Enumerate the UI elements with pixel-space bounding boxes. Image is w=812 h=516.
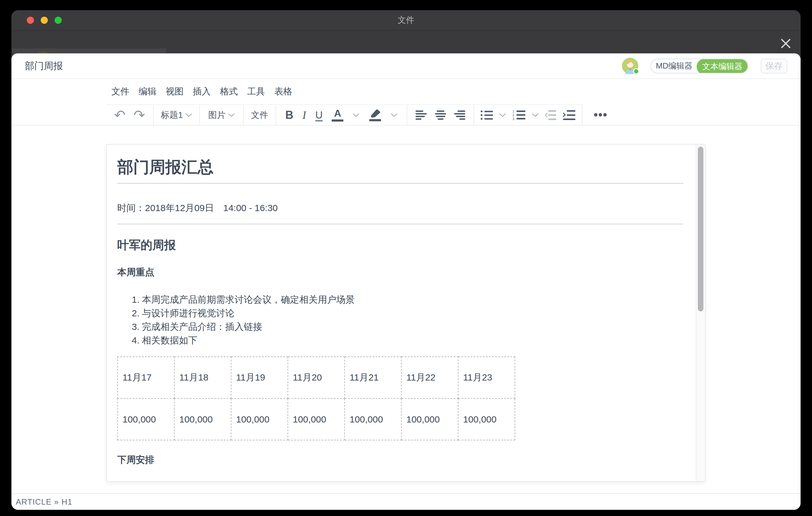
font-color-chevron[interactable] bbox=[353, 113, 359, 117]
table-cell[interactable]: 11月19 bbox=[231, 357, 288, 398]
highlight-color-bar bbox=[369, 119, 381, 121]
menu-format[interactable]: 格式 bbox=[220, 85, 238, 98]
menu-view[interactable]: 视图 bbox=[166, 85, 183, 98]
heading-dropdown[interactable]: 标题1 bbox=[161, 109, 192, 121]
outdent-button[interactable] bbox=[545, 110, 557, 120]
header-actions: MD编辑器 文本编辑器 保存 bbox=[622, 58, 787, 74]
menu-file[interactable]: 文件 bbox=[111, 85, 129, 98]
chevron-down-icon bbox=[228, 113, 235, 117]
indent-button[interactable] bbox=[563, 110, 575, 120]
align-center-button[interactable] bbox=[435, 111, 446, 120]
chevron-down-icon bbox=[390, 113, 397, 117]
table-cell[interactable]: 100,000 bbox=[288, 398, 345, 440]
bullet-list-button[interactable] bbox=[481, 110, 493, 120]
scrollbar-thumb[interactable] bbox=[698, 147, 703, 311]
toolbar: ↶ ↷ 标题1 图片 文件 bbox=[11, 104, 801, 125]
list-group: 1 2 3 bbox=[473, 105, 582, 125]
table-cell[interactable]: 11月23 bbox=[458, 357, 515, 398]
document-body[interactable]: 部门周报汇总 时间：2018年12月09日 14:00 - 16:30 叶军的周… bbox=[107, 145, 696, 481]
heading-dropdown-label: 标题1 bbox=[161, 109, 183, 121]
overlay-backdrop bbox=[11, 31, 801, 53]
data-table[interactable]: 11月17 11月18 11月19 11月20 11月21 11月22 11月2… bbox=[117, 356, 515, 440]
close-icon[interactable] bbox=[777, 35, 794, 52]
doc-section-title: 叶军的周报 bbox=[117, 238, 683, 252]
divider bbox=[117, 183, 683, 183]
list-item: 4.相关数据如下 bbox=[117, 334, 683, 347]
undo-button[interactable]: ↶ bbox=[114, 108, 125, 122]
table-cell[interactable]: 100,000 bbox=[118, 398, 174, 440]
menu-insert[interactable]: 插入 bbox=[193, 85, 211, 98]
scrollbar-track[interactable] bbox=[696, 145, 705, 481]
menu-table[interactable]: 表格 bbox=[274, 85, 292, 98]
bold-button[interactable]: B bbox=[285, 109, 293, 122]
table-cell[interactable]: 11月17 bbox=[118, 357, 174, 398]
numbered-list-chevron[interactable] bbox=[532, 113, 539, 117]
table-cell[interactable]: 11月18 bbox=[174, 357, 231, 398]
doc-subsection-next: 下周安排 bbox=[117, 453, 683, 466]
table-cell[interactable]: 100,000 bbox=[231, 398, 288, 440]
svg-text:1: 1 bbox=[513, 110, 514, 113]
menu-bar: 文件 编辑 视图 插入 格式 工具 表格 bbox=[11, 79, 801, 104]
menu-tools[interactable]: 工具 bbox=[247, 85, 265, 98]
file-attach-button[interactable]: 文件 bbox=[251, 109, 268, 121]
list-item-text: 本周完成产品前期需求讨论会议，确定相关用户场景 bbox=[142, 293, 355, 307]
more-tools-button[interactable] bbox=[594, 104, 608, 125]
list-item-text: 与设计师进行视觉讨论 bbox=[142, 307, 234, 320]
list-item-number: 3. bbox=[132, 320, 142, 334]
toolbar-box: ↶ ↷ 标题1 图片 文件 bbox=[106, 104, 582, 125]
table-row: 100,000 100,000 100,000 100,000 100,000 … bbox=[118, 398, 515, 440]
menu-edit[interactable]: 编辑 bbox=[139, 85, 156, 98]
list-item: 3.完成相关产品介绍：插入链接 bbox=[117, 320, 683, 334]
list-item-number: 2. bbox=[132, 307, 142, 320]
doc-subsection-week: 本周重点 bbox=[117, 266, 683, 279]
heading-group: 标题1 bbox=[153, 105, 199, 125]
ellipsis-icon bbox=[594, 113, 608, 117]
numbered-list-button[interactable]: 1 2 3 bbox=[513, 110, 525, 120]
highlight-button[interactable] bbox=[369, 109, 382, 121]
align-left-button[interactable] bbox=[415, 111, 427, 120]
redo-button[interactable]: ↷ bbox=[134, 108, 145, 122]
chevron-down-icon bbox=[185, 113, 192, 117]
doc-time-line: 时间：2018年12月09日 14:00 - 16:30 bbox=[117, 202, 683, 214]
image-dropdown[interactable]: 图片 bbox=[208, 109, 235, 121]
text-editor-button[interactable]: 文本编辑器 bbox=[697, 59, 748, 74]
table-cell[interactable]: 100,000 bbox=[345, 398, 401, 440]
align-right-button[interactable] bbox=[454, 111, 465, 120]
save-button[interactable]: 保存 bbox=[761, 59, 787, 74]
bullet-list-chevron[interactable] bbox=[499, 113, 506, 117]
list-item: 1.本周完成产品前期需求讨论会议，确定相关用户场景 bbox=[117, 293, 683, 307]
table-cell[interactable]: 11月22 bbox=[401, 357, 458, 398]
md-editor-button[interactable]: MD编辑器 bbox=[651, 59, 697, 73]
editor-panel: 部门周报 MD编辑器 文本编辑器 保存 bbox=[11, 53, 801, 510]
align-center-icon bbox=[435, 111, 446, 120]
doc-heading-1: 部门周报汇总 bbox=[117, 156, 683, 178]
avatar[interactable] bbox=[622, 58, 638, 74]
font-color-bar bbox=[332, 119, 343, 122]
underline-button[interactable]: U bbox=[315, 109, 323, 121]
table-cell[interactable]: 11月21 bbox=[345, 357, 401, 398]
doc-ordered-list: 1.本周完成产品前期需求讨论会议，确定相关用户场景 2.与设计师进行视觉讨论 3… bbox=[117, 293, 683, 347]
online-status-dot bbox=[633, 68, 639, 75]
document-card[interactable]: 部门周报汇总 时间：2018年12月09日 14:00 - 16:30 叶军的周… bbox=[106, 144, 705, 482]
table-cell[interactable]: 100,000 bbox=[174, 398, 231, 440]
numbered-list-icon: 1 2 3 bbox=[513, 110, 525, 120]
list-item-text: 完成相关产品介绍：插入链接 bbox=[142, 320, 262, 334]
editor-content-area: 部门周报汇总 时间：2018年12月09日 14:00 - 16:30 叶军的周… bbox=[11, 125, 801, 510]
table-cell[interactable]: 100,000 bbox=[401, 398, 458, 440]
history-group: ↶ ↷ bbox=[106, 105, 153, 125]
window-title: 文件 bbox=[11, 10, 801, 30]
titlebar: 文件 bbox=[11, 10, 801, 31]
table-cell[interactable]: 11月20 bbox=[288, 357, 345, 398]
indent-icon bbox=[563, 110, 575, 120]
chevron-down-icon bbox=[499, 113, 506, 117]
italic-button[interactable]: I bbox=[302, 109, 306, 122]
font-color-button[interactable]: A bbox=[332, 108, 343, 122]
highlight-chevron[interactable] bbox=[390, 113, 397, 117]
outdent-icon bbox=[545, 110, 557, 120]
list-item-number: 1. bbox=[132, 293, 142, 307]
chevron-down-icon bbox=[532, 113, 539, 117]
table-cell[interactable]: 100,000 bbox=[458, 398, 515, 440]
align-left-icon bbox=[415, 111, 427, 120]
font-color-letter: A bbox=[334, 108, 341, 118]
editor-mode-switch: MD编辑器 文本编辑器 bbox=[650, 59, 748, 74]
